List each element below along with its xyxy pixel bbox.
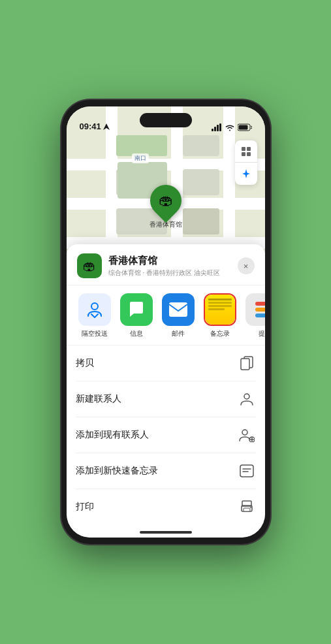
copy-icon xyxy=(238,354,256,372)
more-label: 提 xyxy=(259,329,265,338)
notes-label: 备忘录 xyxy=(210,329,230,338)
phone-frame: 09:41 xyxy=(61,100,270,544)
mail-icon-container xyxy=(162,293,195,326)
svg-rect-8 xyxy=(242,147,245,151)
venue-subtitle: 综合体育馆 · 香港特别行政区 油尖旺区 xyxy=(108,268,238,278)
signal-icon xyxy=(212,123,222,131)
print-icon-svg xyxy=(240,500,254,513)
venue-info: 香港体育馆 综合体育馆 · 香港特别行政区 油尖旺区 xyxy=(108,255,238,278)
action-add-contact[interactable]: 添加到现有联系人 xyxy=(76,417,256,453)
status-icons xyxy=(212,123,252,131)
home-indicator xyxy=(140,531,192,534)
map-buttons-panel xyxy=(235,140,257,185)
wifi-icon xyxy=(225,124,234,131)
close-button[interactable]: × xyxy=(238,257,255,274)
svg-rect-11 xyxy=(247,152,251,156)
svg-rect-2 xyxy=(214,127,216,131)
svg-point-17 xyxy=(242,430,247,435)
location-arrow-icon xyxy=(103,123,110,130)
map-layer-button[interactable] xyxy=(235,140,257,163)
svg-point-16 xyxy=(244,394,249,399)
svg-point-23 xyxy=(250,507,251,508)
share-messages[interactable]: 信息 xyxy=(118,293,155,338)
venue-icon: 🏟 xyxy=(77,253,102,278)
svg-rect-3 xyxy=(217,125,219,131)
note-icon-svg xyxy=(240,464,254,477)
status-time: 09:41 xyxy=(80,121,110,131)
note-line3 xyxy=(208,305,232,307)
mail-label: 邮件 xyxy=(172,329,185,338)
svg-marker-0 xyxy=(103,123,110,130)
copy-icon-svg xyxy=(240,356,253,370)
note-line4 xyxy=(208,308,225,310)
map-block2 xyxy=(183,169,219,195)
note-line1 xyxy=(208,298,232,300)
svg-point-5 xyxy=(229,129,230,131)
quick-note-label: 添加到新快速备忘录 xyxy=(76,465,158,477)
pin-circle: 🏟 xyxy=(144,178,188,223)
copy-label: 拷贝 xyxy=(76,357,94,369)
share-mail[interactable]: 邮件 xyxy=(159,293,197,338)
print-label: 打印 xyxy=(76,501,94,513)
map-building1 xyxy=(183,208,219,234)
svg-rect-7 xyxy=(238,125,247,130)
stadium-icon: 🏟 xyxy=(159,192,173,209)
more-icon-container xyxy=(245,293,265,326)
notes-icon-inner xyxy=(205,295,235,325)
share-notes[interactable]: 备忘录 xyxy=(201,293,239,338)
more-dot2 xyxy=(255,308,265,312)
more-dots xyxy=(255,302,265,317)
time-display: 09:41 xyxy=(80,121,101,131)
battery-icon xyxy=(238,123,252,131)
add-contact-label: 添加到现有联系人 xyxy=(76,429,149,441)
note-line2 xyxy=(208,302,232,304)
airdrop-icon-container xyxy=(78,293,111,326)
svg-point-12 xyxy=(91,303,98,310)
person-icon-svg xyxy=(240,392,254,406)
more-dot3 xyxy=(255,314,265,317)
bottom-sheet: 🏟 香港体育馆 综合体育馆 · 香港特别行政区 油尖旺区 × xyxy=(67,244,265,538)
svg-rect-1 xyxy=(212,129,213,131)
share-apps-row: 隔空投送 信息 xyxy=(67,285,265,346)
action-new-contact[interactable]: 新建联系人 xyxy=(76,381,256,417)
sheet-header: 🏟 香港体育馆 综合体育馆 · 香港特别行政区 油尖旺区 × xyxy=(67,244,265,285)
dynamic-island xyxy=(140,113,192,127)
mail-icon xyxy=(168,302,188,317)
action-quick-note[interactable]: 添加到新快速备忘录 xyxy=(76,453,256,489)
phone-screen: 09:41 xyxy=(67,106,265,538)
map-location-button[interactable] xyxy=(235,163,257,185)
new-contact-icon xyxy=(238,390,256,408)
svg-rect-4 xyxy=(219,123,221,131)
map-layer-icon xyxy=(240,146,252,157)
share-more[interactable]: 提 xyxy=(243,293,265,338)
add-contact-icon xyxy=(238,426,256,444)
svg-rect-19 xyxy=(240,465,253,477)
compass-icon xyxy=(241,169,251,179)
action-print[interactable]: 打印 xyxy=(76,489,256,524)
new-contact-label: 新建联系人 xyxy=(76,393,121,405)
venue-name: 香港体育馆 xyxy=(108,255,238,267)
svg-rect-15 xyxy=(241,359,249,370)
action-list: 拷贝 新建联系人 xyxy=(67,346,265,524)
messages-icon xyxy=(127,300,146,319)
svg-rect-10 xyxy=(242,152,245,156)
print-icon xyxy=(238,498,256,516)
messages-label: 信息 xyxy=(130,329,143,338)
more-dot1 xyxy=(255,302,265,306)
person-add-icon-svg xyxy=(239,428,255,442)
location-pin: 🏟 香港体育馆 xyxy=(150,185,182,229)
svg-rect-13 xyxy=(169,302,187,317)
share-airdrop[interactable]: 隔空投送 xyxy=(76,293,114,338)
airdrop-label: 隔空投送 xyxy=(82,329,108,338)
map-south-entrance-label: 南口 xyxy=(132,153,149,163)
svg-rect-22 xyxy=(244,508,250,511)
messages-icon-container xyxy=(120,293,153,326)
airdrop-icon xyxy=(85,300,104,319)
svg-rect-9 xyxy=(247,147,251,151)
notes-icon-container xyxy=(204,293,236,326)
quick-note-icon xyxy=(238,462,256,480)
action-copy[interactable]: 拷贝 xyxy=(76,346,256,381)
map-block4 xyxy=(183,135,219,156)
